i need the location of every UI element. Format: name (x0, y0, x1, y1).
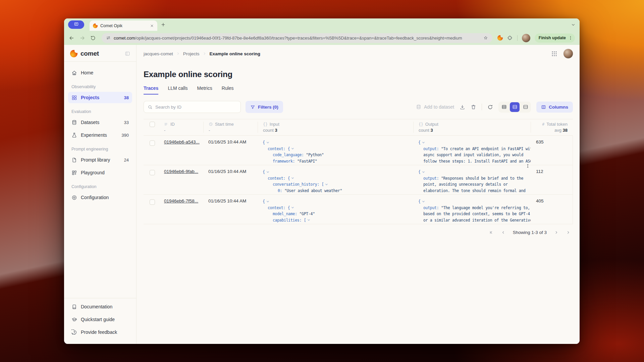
search-input[interactable] (155, 105, 237, 110)
page-title: Example online scoring (144, 70, 573, 79)
browser-tab[interactable]: Comet Opik (90, 20, 157, 31)
select-all-checkbox[interactable] (150, 122, 155, 127)
trace-id-link[interactable]: 01946eb6-a543... (164, 139, 203, 144)
column-header-output[interactable]: {}Outputcount 3 (413, 122, 531, 133)
trace-id-link[interactable]: 01946eb6-9fab... (164, 169, 203, 174)
user-avatar[interactable] (564, 49, 573, 58)
expand-chevron-icon[interactable] (422, 141, 425, 144)
breadcrumb: jacques-comet Projects Example online sc… (144, 51, 260, 56)
tab-close-icon[interactable] (150, 24, 154, 28)
sidebar-item-quickstart-guide[interactable]: Quickstart guide (68, 314, 132, 325)
apps-grid-icon[interactable] (551, 51, 557, 57)
column-header-total-token[interactable]: #Total tokenavg 38 (531, 122, 573, 133)
sidebar-section-label: Evaluation (71, 109, 129, 114)
output-cell[interactable]: {output: "To create an API endpoint in F… (413, 136, 531, 164)
datasets-icon (71, 120, 77, 125)
sidebar-item-home[interactable]: Home (68, 67, 132, 78)
funnel-icon (250, 105, 255, 110)
reload-icon[interactable] (90, 35, 96, 41)
expand-chevron-icon[interactable] (422, 200, 425, 203)
delete-trash-icon[interactable] (471, 104, 476, 110)
expand-chevron-icon[interactable] (422, 171, 425, 174)
tab-metrics[interactable]: Metrics (197, 85, 212, 95)
input-cell[interactable]: {context: {model_name: "GPT-4"capabiliti… (258, 195, 413, 223)
sidebar-item-provide-feedback[interactable]: Provide feedback (68, 326, 132, 338)
experiments-icon (71, 132, 77, 138)
extensions-puzzle-icon[interactable] (507, 35, 513, 41)
tab-rules[interactable]: Rules (222, 85, 234, 95)
expand-chevron-icon[interactable] (266, 171, 269, 174)
tab-llm-calls[interactable]: LLM calls (168, 85, 187, 95)
sidebar-item-label: Playground (81, 170, 105, 175)
address-bar[interactable]: comet.com/opik/jacques-comet/projects/01… (102, 33, 492, 43)
expand-chevron-icon[interactable] (307, 219, 310, 222)
back-icon[interactable] (69, 35, 74, 41)
sidebar-item-projects[interactable]: Projects38 (68, 92, 132, 103)
columns-button[interactable]: Columns (536, 102, 573, 113)
row-height-toggle-group (498, 102, 531, 113)
filters-button[interactable]: Filters (0) (246, 101, 283, 113)
row-checkbox[interactable] (150, 170, 155, 175)
browser-menu-kebab-icon[interactable] (568, 36, 573, 40)
row-height-large-button[interactable] (521, 102, 530, 112)
comet-extension-icon[interactable] (497, 35, 503, 41)
first-page-icon[interactable] (489, 230, 494, 235)
browser-profile-avatar[interactable] (522, 34, 530, 42)
bookmark-star-icon[interactable] (483, 36, 488, 40)
site-info-icon[interactable] (106, 36, 111, 40)
expand-chevron-icon[interactable] (291, 177, 294, 180)
brand-name: comet (80, 50, 99, 57)
expand-chevron-icon[interactable] (266, 141, 269, 144)
row-height-medium-button[interactable] (510, 102, 520, 112)
sidebar-collapse-icon[interactable] (125, 51, 130, 56)
forward-icon[interactable] (79, 35, 85, 41)
sidebar-item-prompt-library[interactable]: Prompt library24 (68, 154, 132, 166)
trace-id-link[interactable]: 01946eb6-7f58... (164, 198, 203, 203)
add-to-dataset-button[interactable]: Add to dataset (416, 104, 454, 110)
breadcrumb-projects[interactable]: Projects (183, 51, 200, 56)
dataset-icon (416, 104, 421, 110)
search-box[interactable] (144, 101, 241, 113)
row-checkbox[interactable] (150, 199, 155, 205)
expand-chevron-icon[interactable] (291, 147, 294, 150)
tab-search-chevron-icon[interactable] (571, 22, 576, 27)
chevron-right-icon (203, 52, 207, 56)
table-row: 01946eb6-9fab...01/16/25 10:44 AM{contex… (144, 165, 573, 195)
row-checkbox[interactable] (150, 140, 155, 146)
column-header-start-time[interactable]: Start time- (203, 122, 258, 133)
text-cursor (526, 163, 530, 171)
prev-page-icon[interactable] (501, 230, 506, 235)
sidebar-section-label: Observability (71, 84, 129, 89)
input-cell[interactable]: {context: {code_language: "Python"framew… (258, 136, 413, 164)
expand-chevron-icon[interactable] (266, 200, 269, 203)
breadcrumb-workspace[interactable]: jacques-comet (144, 51, 173, 56)
sidebar-item-experiments[interactable]: Experiments390 (68, 129, 132, 141)
last-page-icon[interactable] (566, 230, 571, 235)
refresh-icon[interactable] (487, 104, 493, 110)
finish-update-button[interactable]: Finish update (535, 34, 575, 43)
tab-traces[interactable]: Traces (144, 85, 158, 95)
tab-group-pill[interactable] (68, 20, 84, 29)
home-icon (71, 70, 77, 76)
new-tab-button[interactable] (161, 22, 166, 27)
next-page-icon[interactable] (554, 230, 559, 235)
column-header-id[interactable]: ID- (159, 122, 203, 133)
output-cell[interactable]: {output: "The language model you're refe… (413, 195, 531, 223)
sidebar-item-playground[interactable]: Playground (68, 167, 132, 178)
column-label: Input (270, 122, 279, 127)
sidebar-item-documentation[interactable]: Documentation (68, 301, 132, 312)
total-tokens-cell: 405 (531, 195, 573, 203)
sidebar-item-datasets[interactable]: Datasets33 (68, 117, 132, 128)
sidebar-item-label: Datasets (81, 120, 99, 125)
sidebar-nav: HomeObservabilityProjects38EvaluationDat… (68, 62, 132, 204)
sidebar-item-configuration[interactable]: Configuration (68, 192, 132, 203)
expand-chevron-icon[interactable] (291, 206, 294, 209)
column-stat: count 3 (419, 128, 531, 133)
row-height-small-button[interactable] (499, 102, 509, 112)
total-tokens-cell: 112 (531, 165, 573, 174)
input-cell[interactable]: {context: {conversation_history: [0: "Us… (258, 165, 413, 194)
expand-chevron-icon[interactable] (325, 183, 328, 186)
output-cell[interactable]: {output: "Responses should be brief and … (413, 165, 531, 194)
export-download-icon[interactable] (460, 104, 465, 110)
column-header-input[interactable]: {}Inputcount 3 (258, 122, 413, 133)
